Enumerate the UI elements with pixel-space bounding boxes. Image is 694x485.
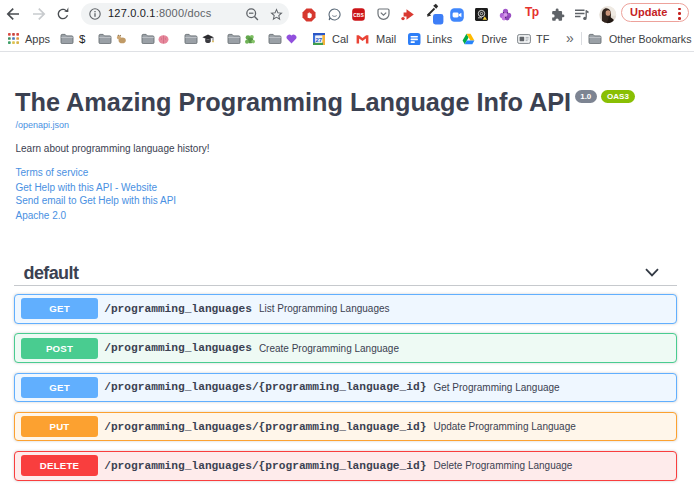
svg-text:CBS: CBS	[353, 12, 364, 18]
svg-text:27: 27	[315, 36, 322, 42]
